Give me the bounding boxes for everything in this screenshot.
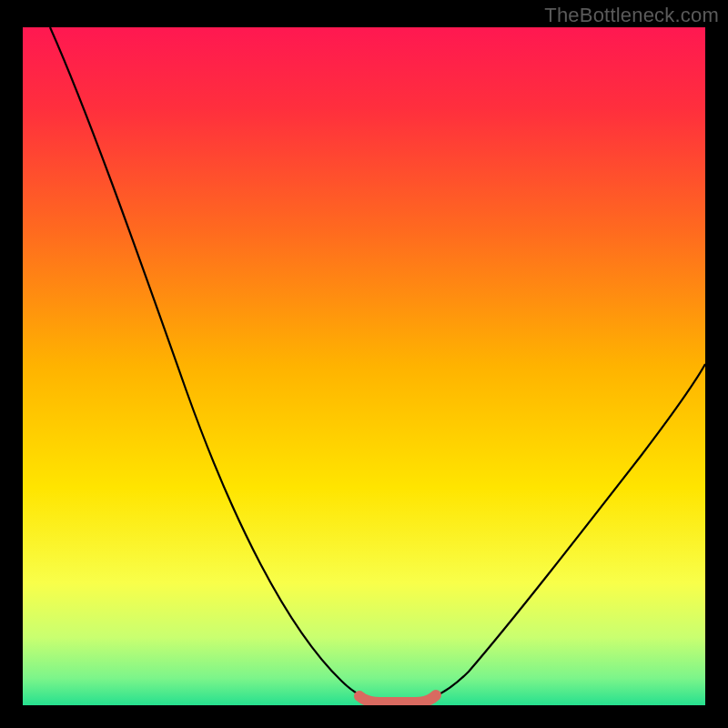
gradient-background bbox=[23, 27, 705, 705]
chart-frame: TheBottleneck.com bbox=[0, 0, 728, 728]
bottleneck-chart bbox=[23, 27, 705, 705]
watermark-text: TheBottleneck.com bbox=[544, 4, 719, 27]
plot-area bbox=[23, 27, 705, 705]
